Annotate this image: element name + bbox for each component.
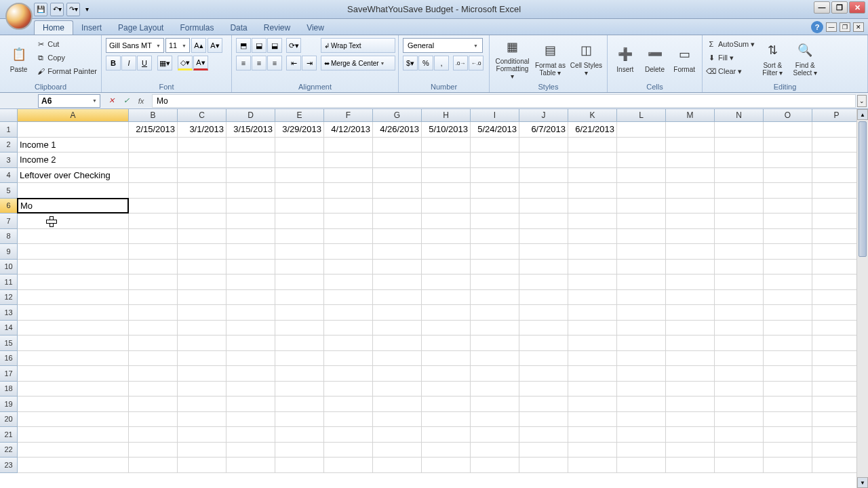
cell[interactable] <box>226 382 275 397</box>
cell[interactable] <box>178 260 226 275</box>
cell[interactable] <box>715 183 764 199</box>
cell[interactable] <box>764 396 812 412</box>
cell[interactable] <box>422 321 471 336</box>
row-header[interactable]: 17 <box>0 366 18 382</box>
cell[interactable] <box>617 336 666 351</box>
cell[interactable] <box>519 305 568 321</box>
cell[interactable]: Income 1 <box>18 138 129 153</box>
column-header[interactable]: O <box>764 109 812 122</box>
cell[interactable] <box>568 229 617 245</box>
cell[interactable]: 3/1/2013 <box>178 122 226 138</box>
cell[interactable] <box>471 138 519 153</box>
cell[interactable] <box>422 229 471 245</box>
cell[interactable] <box>18 274 129 290</box>
cell[interactable] <box>129 290 178 306</box>
cell[interactable] <box>178 396 226 412</box>
cell[interactable] <box>373 382 422 397</box>
cell[interactable] <box>373 199 422 214</box>
cell[interactable] <box>18 427 129 443</box>
cell[interactable] <box>324 305 373 321</box>
cell[interactable] <box>226 321 275 336</box>
row-header[interactable]: 10 <box>0 260 18 275</box>
cell[interactable] <box>129 412 178 428</box>
cell[interactable] <box>324 183 373 199</box>
cell[interactable] <box>226 427 275 443</box>
cell[interactable] <box>226 336 275 351</box>
cell[interactable] <box>568 351 617 367</box>
row-header[interactable]: 20 <box>0 412 18 428</box>
cell[interactable] <box>178 138 226 153</box>
cell[interactable] <box>812 138 856 153</box>
row-header[interactable]: 2 <box>0 138 18 153</box>
row-header[interactable]: 4 <box>0 168 18 184</box>
cell[interactable] <box>373 396 422 412</box>
cell[interactable] <box>373 138 422 153</box>
cell[interactable] <box>471 214 519 229</box>
cell[interactable] <box>666 199 715 214</box>
cell[interactable] <box>617 443 666 458</box>
sort-filter-button[interactable]: ⇅Sort & Filter ▾ <box>757 38 787 80</box>
cell[interactable] <box>129 152 178 168</box>
cell[interactable] <box>324 427 373 443</box>
cell[interactable] <box>568 260 617 275</box>
cell[interactable] <box>275 382 324 397</box>
column-header[interactable]: B <box>129 109 178 122</box>
cell[interactable] <box>422 168 471 184</box>
cell[interactable] <box>471 366 519 382</box>
cell[interactable] <box>617 458 666 473</box>
cell[interactable] <box>275 427 324 443</box>
cell[interactable] <box>226 199 275 214</box>
cell[interactable] <box>471 443 519 458</box>
cell[interactable] <box>812 351 856 367</box>
wrap-text-button[interactable]: ↲Wrap Text <box>321 38 395 53</box>
cell[interactable] <box>666 321 715 336</box>
cell[interactable] <box>129 214 178 229</box>
cell[interactable] <box>324 244 373 260</box>
scroll-down-icon[interactable]: ▼ <box>857 477 868 488</box>
row-header[interactable]: 5 <box>0 183 18 199</box>
cell[interactable] <box>373 443 422 458</box>
cell[interactable] <box>812 152 856 168</box>
cell[interactable] <box>568 458 617 473</box>
cell[interactable] <box>764 351 812 367</box>
cell[interactable] <box>617 229 666 245</box>
row-header[interactable]: 8 <box>0 229 18 245</box>
cell[interactable] <box>275 183 324 199</box>
cell[interactable] <box>275 199 324 214</box>
cell[interactable] <box>324 138 373 153</box>
cell[interactable] <box>617 168 666 184</box>
cell[interactable] <box>178 214 226 229</box>
cell[interactable] <box>422 199 471 214</box>
cell[interactable] <box>812 260 856 275</box>
cell[interactable] <box>568 427 617 443</box>
cell[interactable] <box>764 152 812 168</box>
cell[interactable] <box>471 152 519 168</box>
cell[interactable] <box>471 412 519 428</box>
row-header[interactable]: 15 <box>0 336 18 351</box>
cell[interactable] <box>18 321 129 336</box>
row-header[interactable]: 6 <box>0 199 18 214</box>
cell[interactable] <box>18 260 129 275</box>
cell[interactable] <box>715 321 764 336</box>
cell[interactable] <box>373 260 422 275</box>
cell[interactable] <box>226 366 275 382</box>
bold-button[interactable]: B <box>106 56 121 70</box>
orientation-button[interactable]: ⟳▾ <box>286 38 301 53</box>
cell[interactable] <box>666 152 715 168</box>
row-header[interactable]: 14 <box>0 321 18 336</box>
cell[interactable] <box>275 244 324 260</box>
cell[interactable] <box>275 214 324 229</box>
row-header[interactable]: 11 <box>0 274 18 290</box>
percent-button[interactable]: % <box>418 56 433 70</box>
cell[interactable] <box>373 336 422 351</box>
worksheet-grid[interactable]: ABCDEFGHIJKLMNOP 12345678910111213141516… <box>0 109 856 488</box>
tab-insert[interactable]: Insert <box>73 21 110 35</box>
cell[interactable] <box>568 138 617 153</box>
cell[interactable] <box>275 443 324 458</box>
cell[interactable] <box>324 274 373 290</box>
row-header[interactable]: 19 <box>0 396 18 412</box>
cell[interactable] <box>422 305 471 321</box>
cell[interactable] <box>519 214 568 229</box>
cell[interactable] <box>715 443 764 458</box>
cell[interactable] <box>471 274 519 290</box>
